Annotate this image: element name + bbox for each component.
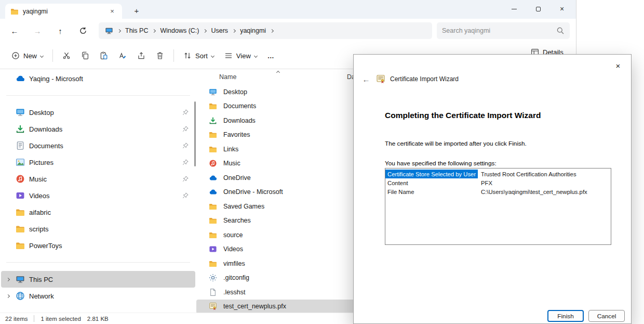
- rename-button[interactable]: [113, 46, 132, 65]
- downloads-icon: [16, 124, 25, 134]
- file-name: Music: [223, 160, 347, 167]
- folder-icon: [16, 224, 25, 234]
- new-button[interactable]: New: [6, 46, 48, 65]
- minimize-button[interactable]: [502, 0, 526, 18]
- dialog-header: ← Certificate Import Wizard: [361, 74, 459, 84]
- sidebar-item-label: aifabric: [29, 209, 51, 216]
- desktop-icon: [16, 108, 25, 117]
- sort-icon: [183, 51, 192, 60]
- certificate-import-wizard-dialog: × ← Certificate Import Wizard Completing…: [353, 54, 632, 324]
- sidebar-scrollbar[interactable]: [194, 101, 196, 166]
- file-name: .gitconfig: [223, 274, 347, 281]
- sidebar-item-label: Yaqing - Microsoft: [29, 75, 83, 83]
- copy-icon: [81, 51, 89, 60]
- certificate-icon: [376, 74, 385, 84]
- folder-icon: [209, 231, 217, 239]
- view-button[interactable]: View: [219, 46, 262, 65]
- cloud-icon: [16, 74, 25, 83]
- close-window-button[interactable]: ×: [550, 0, 574, 18]
- sidebar-item-label: Videos: [29, 192, 50, 200]
- breadcrumb-item-yaqingmi[interactable]: yaqingmi: [240, 27, 266, 34]
- see-more-button[interactable]: …: [262, 46, 280, 65]
- screen: yaqingmi × + × ← → ↑ This PCWindows (C:)…: [0, 0, 644, 324]
- breadcrumb-separator-icon: [152, 29, 156, 32]
- sidebar-item-label: PowerToys: [29, 242, 62, 250]
- sidebar-item-scripts[interactable]: scripts: [1, 221, 195, 237]
- refresh-button[interactable]: [72, 22, 95, 39]
- status-separator: [34, 315, 34, 322]
- sidebar-item-label: scripts: [29, 225, 49, 233]
- file-name: Downloads: [223, 117, 347, 124]
- share-button[interactable]: [132, 46, 151, 65]
- sidebar-item-network[interactable]: Network: [1, 288, 195, 304]
- forward-button[interactable]: →: [26, 22, 49, 39]
- copy-button[interactable]: [76, 46, 95, 65]
- breadcrumb-item-windows-c[interactable]: Windows (C:): [160, 27, 199, 34]
- delete-button[interactable]: [151, 46, 169, 65]
- sidebar-item-powertoys[interactable]: PowerToys: [1, 237, 195, 254]
- sidebar-item-documents[interactable]: Documents: [1, 137, 195, 154]
- breadcrumb: This PCWindows (C:)Usersyaqingmi: [105, 27, 273, 35]
- breadcrumb-item-this-pc[interactable]: This PC: [125, 27, 148, 34]
- chevron-down-icon: [211, 54, 214, 57]
- pin-icon: [182, 109, 189, 116]
- sidebar-item-this-pc[interactable]: This PC: [1, 271, 195, 288]
- finish-button[interactable]: Finish: [547, 310, 584, 322]
- thispc-icon: [105, 27, 113, 35]
- dialog-close-button[interactable]: ×: [610, 59, 626, 72]
- up-button[interactable]: ↑: [49, 22, 72, 39]
- sidebar-items: Yaqing - MicrosoftDesktopDownloadsDocume…: [0, 70, 196, 304]
- wizard-settings-label: You have specified the following setting…: [385, 160, 497, 167]
- column-header-name[interactable]: Name: [219, 73, 347, 81]
- search-input[interactable]: [442, 27, 553, 34]
- breadcrumb-separator-icon: [270, 29, 274, 32]
- sort-label: Sort: [195, 52, 208, 60]
- wizard-setting-row[interactable]: File NameC:\Users\yaqingmi\test_cert_new…: [385, 187, 611, 196]
- maximize-button[interactable]: [526, 0, 550, 18]
- music-icon: [16, 174, 25, 184]
- sidebar-item-aifabric[interactable]: aifabric: [1, 204, 195, 221]
- file-name: Desktop: [223, 88, 347, 96]
- tab-close-icon[interactable]: ×: [108, 7, 117, 15]
- search-icon: [556, 27, 565, 35]
- setting-key: Content: [385, 178, 478, 187]
- folder-icon: [16, 208, 25, 217]
- pin-icon: [182, 125, 189, 133]
- chevron-right-icon: [4, 295, 11, 297]
- back-button[interactable]: ←: [3, 22, 26, 39]
- explorer-tab[interactable]: yaqingmi ×: [5, 4, 122, 19]
- sidebar-divider: [6, 95, 190, 96]
- search-box[interactable]: [437, 22, 570, 39]
- sidebar-item-downloads[interactable]: Downloads: [1, 121, 195, 137]
- tab-bar: yaqingmi × + ×: [0, 0, 576, 19]
- new-tab-button[interactable]: +: [130, 5, 143, 16]
- cut-button[interactable]: [57, 46, 76, 65]
- sidebar-item-yaqing-microsoft[interactable]: Yaqing - Microsoft: [1, 70, 195, 87]
- refresh-icon: [79, 27, 87, 35]
- sidebar-item-desktop[interactable]: Desktop: [1, 104, 195, 121]
- file-name: test_cert_newplus.pfx: [223, 303, 347, 310]
- address-bar[interactable]: This PCWindows (C:)Usersyaqingmi: [99, 22, 432, 39]
- breadcrumb-item-users[interactable]: Users: [211, 27, 228, 34]
- sort-button[interactable]: Sort: [178, 46, 219, 65]
- cancel-button[interactable]: Cancel: [588, 310, 625, 322]
- maximize-icon: [536, 7, 541, 11]
- wizard-setting-row[interactable]: Certificate Store Selected by UserTruste…: [385, 170, 611, 178]
- sidebar-item-videos[interactable]: Videos: [1, 187, 195, 204]
- cut-icon: [62, 51, 71, 60]
- minimize-icon: [512, 9, 517, 9]
- wizard-setting-row[interactable]: ContentPFX: [385, 178, 611, 187]
- sidebar-item-music[interactable]: Music: [1, 171, 195, 187]
- wizard-back-button[interactable]: ←: [361, 75, 371, 84]
- wizard-settings-list[interactable]: Certificate Store Selected by UserTruste…: [385, 168, 611, 245]
- music-icon: [209, 159, 217, 167]
- navigation-pane: Yaqing - MicrosoftDesktopDownloadsDocume…: [0, 69, 196, 313]
- sidebar-item-pictures[interactable]: Pictures: [1, 154, 195, 171]
- pin-icon: [182, 192, 189, 199]
- paste-button[interactable]: [95, 46, 113, 65]
- sidebar-item-label: Pictures: [29, 159, 53, 166]
- folder-icon: [16, 241, 25, 250]
- file-name: vimfiles: [223, 260, 347, 267]
- chevron-down-icon: [40, 54, 44, 57]
- pin-icon: [182, 175, 189, 183]
